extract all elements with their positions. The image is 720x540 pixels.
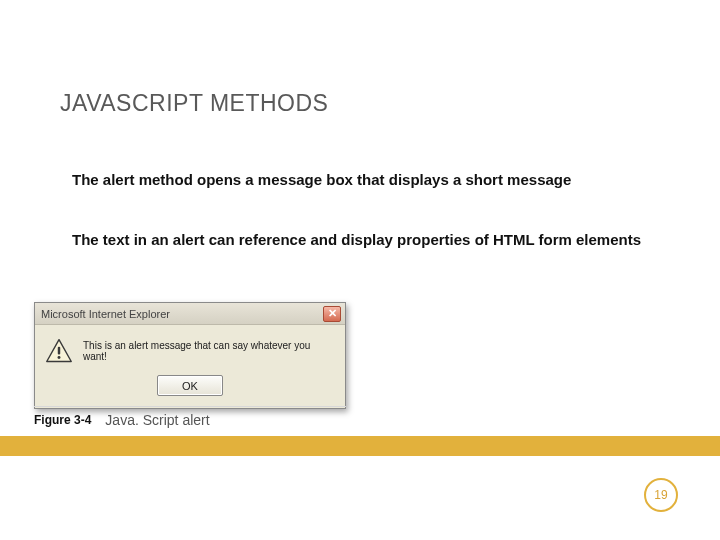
page-number: 19 xyxy=(654,488,667,502)
warning-icon xyxy=(45,337,73,365)
page-number-badge: 19 xyxy=(644,478,678,512)
paragraph-2: The text in an alert can reference and d… xyxy=(72,230,648,250)
alert-message: This is an alert message that can say wh… xyxy=(83,340,335,362)
alert-dialog: Microsoft Internet Explorer ✕ This is an… xyxy=(34,302,346,409)
alert-window-title: Microsoft Internet Explorer xyxy=(41,308,170,320)
page-title: JAVASCRIPT METHODS xyxy=(60,90,328,117)
alert-button-row: OK xyxy=(35,375,345,408)
accent-band xyxy=(0,436,720,456)
close-icon: ✕ xyxy=(328,308,337,319)
figure-title: Java. Script alert xyxy=(105,412,209,428)
paragraph-1: The alert method opens a message box tha… xyxy=(72,170,648,190)
alert-body: This is an alert message that can say wh… xyxy=(35,325,345,375)
figure-divider xyxy=(34,406,346,407)
svg-point-2 xyxy=(58,356,61,359)
figure-number: Figure 3-4 xyxy=(34,413,91,427)
svg-rect-1 xyxy=(58,347,60,355)
slide: JAVASCRIPT METHODS The alert method open… xyxy=(0,0,720,540)
close-button[interactable]: ✕ xyxy=(323,306,341,322)
alert-titlebar: Microsoft Internet Explorer ✕ xyxy=(35,303,345,325)
figure-caption: Figure 3-4 Java. Script alert xyxy=(34,412,210,428)
ok-button[interactable]: OK xyxy=(157,375,223,396)
